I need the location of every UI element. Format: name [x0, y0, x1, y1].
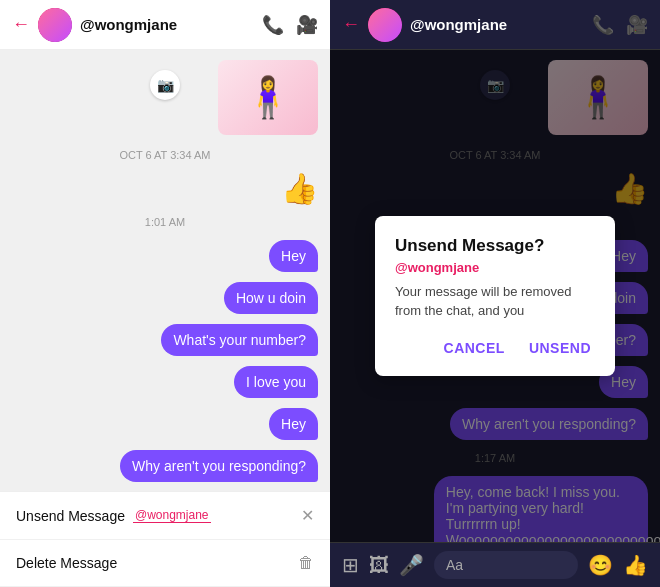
phone-icon[interactable]: 📞: [262, 14, 284, 36]
unsend-message-item[interactable]: Unsend Message @wongmjane ✕: [0, 492, 330, 540]
right-video-icon[interactable]: 🎥: [626, 14, 648, 36]
action-sheet: Unsend Message @wongmjane ✕ Delete Messa…: [0, 491, 330, 587]
message-howudoin[interactable]: How u doin: [12, 282, 318, 314]
unsend-dialog: Unsend Message? @wongmjane Your message …: [375, 216, 615, 375]
aa-label: Aa: [446, 557, 463, 573]
unsend-username-badge: @wongmjane: [133, 508, 211, 523]
thumbs-up-icon: 👍: [281, 171, 318, 206]
left-panel: ← @wongmjane 📞 🎥 📷 🧍‍♀️ OCT 6 AT 3:34 AM…: [0, 0, 330, 587]
message-hey[interactable]: Hey: [12, 240, 318, 272]
bubble-hey: Hey: [269, 240, 318, 272]
story-image: 🧍‍♀️: [218, 60, 318, 135]
right-phone-icon[interactable]: 📞: [592, 14, 614, 36]
header-icons: 📞 🎥: [262, 14, 318, 36]
story-figure: 🧍‍♀️: [243, 74, 293, 121]
username-label: @wongmjane: [80, 16, 254, 33]
right-toolbar: ⊞ 🖼 🎤 Aa 😊 👍: [330, 542, 660, 587]
timestamp-101: 1:01 AM: [12, 216, 318, 228]
bubble-number: What's your number?: [161, 324, 318, 356]
dialog-actions: CANCEL UNSEND: [395, 336, 595, 360]
right-username-label: @wongmjane: [410, 16, 584, 33]
dialog-username: @wongmjane: [395, 260, 595, 275]
right-header-icons: 📞 🎥: [592, 14, 648, 36]
video-icon[interactable]: 🎥: [296, 14, 318, 36]
bubble-hey2: Hey: [269, 408, 318, 440]
unsend-button[interactable]: UNSEND: [525, 336, 595, 360]
sticker-icon[interactable]: 😊: [588, 553, 613, 577]
right-back-button[interactable]: ←: [342, 14, 360, 35]
cancel-button[interactable]: CANCEL: [440, 336, 509, 360]
bubble-love: I love you: [234, 366, 318, 398]
message-love[interactable]: I love you: [12, 366, 318, 398]
timestamp-oct6: OCT 6 AT 3:34 AM: [12, 149, 318, 161]
avatar: [38, 8, 72, 42]
image-icon[interactable]: 🖼: [369, 554, 389, 577]
right-header: ← @wongmjane 📞 🎥: [330, 0, 660, 50]
delete-item-left: Delete Message: [16, 555, 117, 571]
bubble-responding: Why aren't you responding?: [120, 450, 318, 482]
grid-icon[interactable]: ⊞: [342, 553, 359, 577]
right-panel: ← @wongmjane 📞 🎥 📷 🧍‍♀️ OCT 6 AT 3:34 AM…: [330, 0, 660, 587]
message-input[interactable]: Aa: [434, 551, 578, 579]
left-header: ← @wongmjane 📞 🎥: [0, 0, 330, 50]
story-header: 📷 🧍‍♀️: [12, 60, 318, 135]
message-hey2[interactable]: Hey: [12, 408, 318, 440]
left-chat-area: 📷 🧍‍♀️ OCT 6 AT 3:34 AM 👍 1:01 AM Hey Ho…: [0, 50, 330, 491]
dialog-overlay: Unsend Message? @wongmjane Your message …: [330, 50, 660, 542]
back-button[interactable]: ←: [12, 14, 30, 35]
camera-icon: 📷: [150, 70, 180, 100]
close-icon: ✕: [301, 506, 314, 525]
message-responding[interactable]: Why aren't you responding?: [12, 450, 318, 482]
unsend-item-left: Unsend Message @wongmjane: [16, 508, 211, 524]
trash-icon: 🗑: [298, 554, 314, 572]
like-sticker: 👍: [12, 171, 318, 206]
unsend-label: Unsend Message: [16, 508, 125, 524]
dialog-body: Your message will be removed from the ch…: [395, 283, 595, 319]
message-number[interactable]: What's your number?: [12, 324, 318, 356]
delete-label: Delete Message: [16, 555, 117, 571]
mic-icon[interactable]: 🎤: [399, 553, 424, 577]
bubble-howudoin: How u doin: [224, 282, 318, 314]
dialog-title: Unsend Message?: [395, 236, 595, 256]
right-avatar: [368, 8, 402, 42]
right-chat-area: 📷 🧍‍♀️ OCT 6 AT 3:34 AM 👍 1:01 AM Hey Ho…: [330, 50, 660, 542]
delete-message-item[interactable]: Delete Message 🗑: [0, 540, 330, 587]
like-icon[interactable]: 👍: [623, 553, 648, 577]
